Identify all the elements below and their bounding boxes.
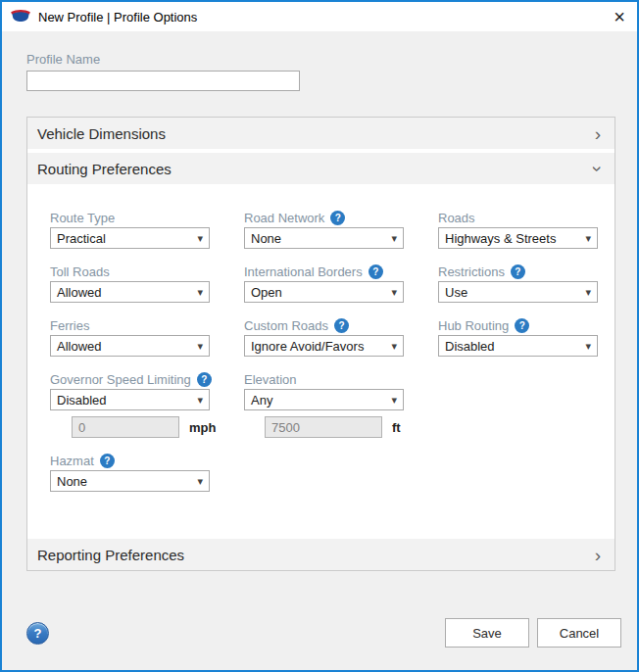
save-button[interactable]: Save (445, 618, 529, 648)
vehicle-dimensions-title: Vehicle Dimensions (37, 125, 166, 142)
custom-roads-value: Ignore Avoid/Favors (251, 339, 364, 354)
road-network-select[interactable]: None ▾ (244, 227, 404, 249)
roads-label: Roads (438, 210, 598, 225)
elevation-label: Elevation (244, 371, 404, 387)
toll-roads-select[interactable]: Allowed ▾ (50, 281, 210, 303)
hazmat-label-text: Hazmat (50, 454, 94, 468)
routing-preferences-title: Routing Preferences (37, 161, 172, 177)
hazmat-select[interactable]: None ▾ (50, 470, 210, 492)
governor-speed-limiting-select[interactable]: Disabled ▾ (50, 389, 210, 410)
elevation-limit-group: ft (265, 416, 404, 438)
route-type-value: Practical (57, 231, 106, 246)
routing-preferences-header[interactable]: Routing Preferences › (27, 153, 614, 184)
roads-field: Roads Highways & Streets ▾ (438, 210, 598, 249)
elevation-limit-input (265, 416, 382, 438)
road-network-field: Road Network ? None ▾ (244, 210, 404, 249)
international-borders-label: International Borders ? (244, 264, 404, 279)
roads-select[interactable]: Highways & Streets ▾ (438, 227, 598, 249)
dropdown-caret-icon: ▾ (391, 394, 397, 407)
governor-speed-limiting-help-icon[interactable]: ? (197, 372, 212, 387)
section-vehicle-dimensions: Vehicle Dimensions › (27, 118, 614, 149)
route-type-field: Route Type Practical ▾ (50, 210, 210, 249)
international-borders-help-icon[interactable]: ? (369, 264, 383, 279)
hazmat-label: Hazmat ? (50, 453, 210, 468)
route-type-label: Route Type (50, 210, 210, 225)
reporting-preferences-header[interactable]: Reporting Preferences › (27, 539, 614, 570)
hub-routing-select[interactable]: Disabled ▾ (438, 335, 598, 357)
ferries-label-text: Ferries (50, 318, 89, 333)
chevron-down-icon: › (588, 166, 607, 171)
toll-roads-label: Toll Roads (50, 264, 210, 279)
spacer (438, 416, 598, 438)
hub-routing-value: Disabled (445, 339, 495, 354)
dropdown-caret-icon: ▾ (585, 340, 591, 353)
restrictions-help-icon[interactable]: ? (511, 264, 525, 279)
ferries-field: Ferries Allowed ▾ (50, 317, 210, 357)
governor-speed-limiting-label: Governor Speed Limiting ? (50, 371, 210, 387)
elevation-value: Any (251, 393, 272, 408)
governor-speed-limiting-field: Governor Speed Limiting ? Disabled ▾ (50, 371, 210, 410)
hazmat-field: Hazmat ? None ▾ (50, 453, 210, 492)
dropdown-caret-icon: ▾ (197, 394, 203, 407)
dropdown-caret-icon: ▾ (585, 286, 591, 299)
footer-buttons: Save Cancel (445, 618, 621, 648)
international-borders-field: International Borders ? Open ▾ (244, 264, 404, 303)
hazmat-value: None (57, 474, 87, 489)
dialog-footer: ? Save Cancel (2, 618, 637, 648)
hazmat-help-icon[interactable]: ? (100, 454, 115, 468)
toll-roads-field: Toll Roads Allowed ▾ (50, 264, 210, 303)
field-row-3: Ferries Allowed ▾ Custom Roads ? (50, 317, 614, 357)
custom-roads-field: Custom Roads ? Ignore Avoid/Favors ▾ (244, 317, 404, 357)
field-row-1: Route Type Practical ▾ Road Network ? (50, 210, 614, 249)
ferries-label: Ferries (50, 317, 210, 333)
international-borders-select[interactable]: Open ▾ (244, 281, 404, 303)
hub-routing-label-text: Hub Routing (438, 318, 509, 333)
toll-roads-label-text: Toll Roads (50, 264, 110, 279)
restrictions-field: Restrictions ? Use ▾ (438, 264, 598, 303)
route-type-label-text: Route Type (50, 211, 115, 225)
road-network-label: Road Network ? (244, 210, 404, 225)
restrictions-value: Use (445, 285, 467, 300)
route-type-select[interactable]: Practical ▾ (50, 227, 210, 249)
speed-limit-input (72, 416, 179, 438)
profile-name-input[interactable] (26, 71, 300, 91)
custom-roads-help-icon[interactable]: ? (334, 318, 349, 333)
field-row-2: Toll Roads Allowed ▾ International Borde… (50, 264, 614, 303)
dialog-body: Profile Name Vehicle Dimensions › Routin… (2, 31, 637, 571)
section-routing-preferences: Routing Preferences › Route Type Practic… (27, 153, 614, 535)
roads-label-text: Roads (438, 211, 475, 225)
elevation-select[interactable]: Any ▾ (244, 389, 404, 410)
custom-roads-select[interactable]: Ignore Avoid/Favors ▾ (244, 335, 404, 357)
spacer (438, 453, 598, 492)
ferries-value: Allowed (57, 339, 102, 354)
field-row-5: Hazmat ? None ▾ (50, 453, 614, 492)
profile-options-dialog: New Profile | Profile Options × Profile … (0, 0, 639, 672)
restrictions-label: Restrictions ? (438, 264, 598, 279)
chevron-right-icon: › (595, 546, 601, 564)
help-button[interactable]: ? (26, 622, 49, 645)
dropdown-caret-icon: ▾ (197, 340, 203, 353)
dropdown-caret-icon: ▾ (197, 232, 203, 245)
reporting-preferences-title: Reporting Preferences (37, 547, 184, 563)
vehicle-dimensions-header[interactable]: Vehicle Dimensions › (27, 118, 614, 149)
cancel-button[interactable]: Cancel (537, 618, 621, 648)
ferries-select[interactable]: Allowed ▾ (50, 335, 210, 357)
governor-speed-limiting-value: Disabled (57, 393, 107, 408)
chevron-right-icon: › (595, 124, 601, 143)
hub-routing-label: Hub Routing ? (438, 317, 598, 333)
titlebar: New Profile | Profile Options × (2, 2, 637, 31)
options-accordion: Vehicle Dimensions › Routing Preferences… (26, 117, 615, 571)
custom-roads-label: Custom Roads ? (244, 317, 404, 333)
hub-routing-help-icon[interactable]: ? (515, 318, 529, 333)
road-network-help-icon[interactable]: ? (330, 211, 345, 225)
dropdown-caret-icon: ▾ (197, 475, 203, 488)
speed-limit-group: mph (72, 416, 210, 438)
dropdown-caret-icon: ▾ (391, 286, 397, 299)
restrictions-label-text: Restrictions (438, 264, 505, 279)
close-icon[interactable]: × (602, 2, 637, 31)
custom-roads-label-text: Custom Roads (244, 318, 328, 333)
app-logo-icon (11, 9, 30, 24)
dropdown-caret-icon: ▾ (197, 286, 203, 299)
restrictions-select[interactable]: Use ▾ (438, 281, 598, 303)
profile-name-label: Profile Name (26, 52, 615, 67)
